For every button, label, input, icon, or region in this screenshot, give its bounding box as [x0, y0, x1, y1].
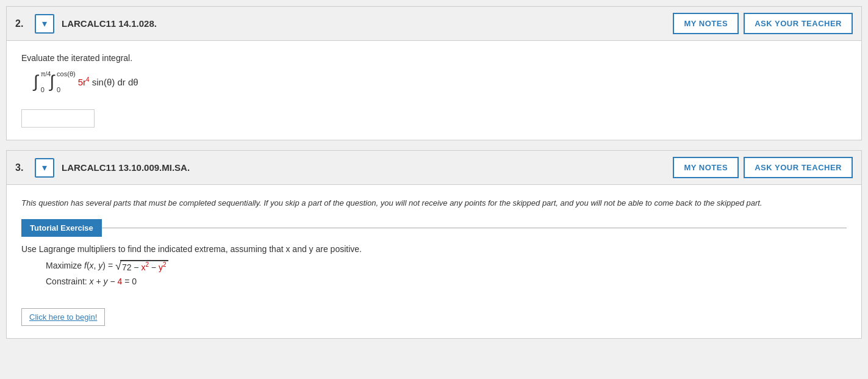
question-2-body: Evaluate the iterated integral. ∫ π/4 0 …: [7, 41, 861, 140]
my-notes-button-2[interactable]: MY NOTES: [673, 13, 739, 34]
constraint-line: Constraint: x + y − 4 = 0: [46, 276, 847, 286]
sqrt-y2: y2: [159, 262, 167, 272]
question-2-block: 2. ▾ LARCALC11 14.1.028. MY NOTES ASK YO…: [6, 6, 862, 140]
integral-symbol-2: ∫: [49, 73, 54, 90]
sequential-notice: This question has several parts that mus…: [21, 197, 847, 209]
question-2-id: LARCALC11 14.1.028.: [62, 18, 665, 29]
question-2-number: 2.: [15, 18, 27, 29]
begin-button[interactable]: Click here to begin!: [21, 308, 105, 326]
question-3-header-buttons: MY NOTES ASK YOUR TEACHER: [673, 157, 853, 178]
question-3-number: 3.: [15, 162, 27, 173]
page-wrapper: 2. ▾ LARCALC11 14.1.028. MY NOTES ASK YO…: [0, 0, 868, 345]
question-2-header-buttons: MY NOTES ASK YOUR TEACHER: [673, 13, 853, 34]
lagrange-intro-text: Use Lagrange multipliers to find the ind…: [21, 244, 847, 254]
integrand-red: 5r4: [78, 77, 90, 87]
ask-teacher-button-3[interactable]: ASK YOUR TEACHER: [744, 157, 853, 178]
constraint-end: = 0: [122, 276, 137, 286]
question-3-block: 3. ▾ LARCALC11 13.10.009.MI.SA. MY NOTES…: [6, 150, 862, 339]
maximize-line: Maximize f(x, y) = √ 72 − x2 − y2: [46, 260, 847, 273]
integral-symbol-1: ∫: [34, 73, 38, 90]
question-2-header: 2. ▾ LARCALC11 14.1.028. MY NOTES ASK YO…: [7, 7, 861, 41]
upper-limit-2: cos(θ): [57, 70, 76, 78]
question-2-collapse-button[interactable]: ▾: [35, 14, 54, 34]
integrand: 5r4 sin(θ) dr dθ: [78, 76, 138, 87]
answer-input-2[interactable]: [21, 109, 95, 128]
question-3-id: LARCALC11 13.10.009.MI.SA.: [62, 162, 665, 173]
constraint-text: Constraint: x + y −: [46, 276, 118, 286]
tutorial-divider-line: [102, 228, 847, 228]
question-3-body: This question has several parts that mus…: [7, 185, 861, 338]
ask-teacher-button-2[interactable]: ASK YOUR TEACHER: [744, 13, 853, 34]
chevron-down-icon-3: ▾: [42, 162, 47, 173]
sqrt-expression: √ 72 − x2 − y2: [115, 260, 168, 273]
sqrt-minus: −: [149, 262, 159, 272]
chevron-down-icon: ▾: [42, 18, 47, 29]
maximize-label: Maximize f(x, y) =: [46, 261, 115, 270]
tutorial-exercise-label: Tutorial Exercise: [21, 219, 102, 237]
question-3-collapse-button[interactable]: ▾: [35, 158, 54, 178]
sqrt-content: 72 − x2 − y2: [120, 260, 168, 272]
sqrt-constant: 72 −: [122, 262, 142, 272]
tutorial-exercise-row: Tutorial Exercise: [21, 219, 847, 237]
sqrt-x2: x2: [141, 262, 149, 272]
my-notes-button-3[interactable]: MY NOTES: [673, 157, 739, 178]
question-2-instruction: Evaluate the iterated integral.: [21, 53, 847, 63]
lower-limit-2: 0: [57, 86, 60, 93]
integrand-rest: sin(θ) dr dθ: [92, 77, 138, 87]
lower-limit-1: 0: [41, 86, 45, 93]
integral-limits-2: cos(θ) 0: [57, 70, 76, 93]
integral-expression: ∫ π/4 0 ∫ cos(θ) 0 5r4 sin(θ) dr dθ: [34, 70, 847, 93]
question-3-header: 3. ▾ LARCALC11 13.10.009.MI.SA. MY NOTES…: [7, 151, 861, 185]
